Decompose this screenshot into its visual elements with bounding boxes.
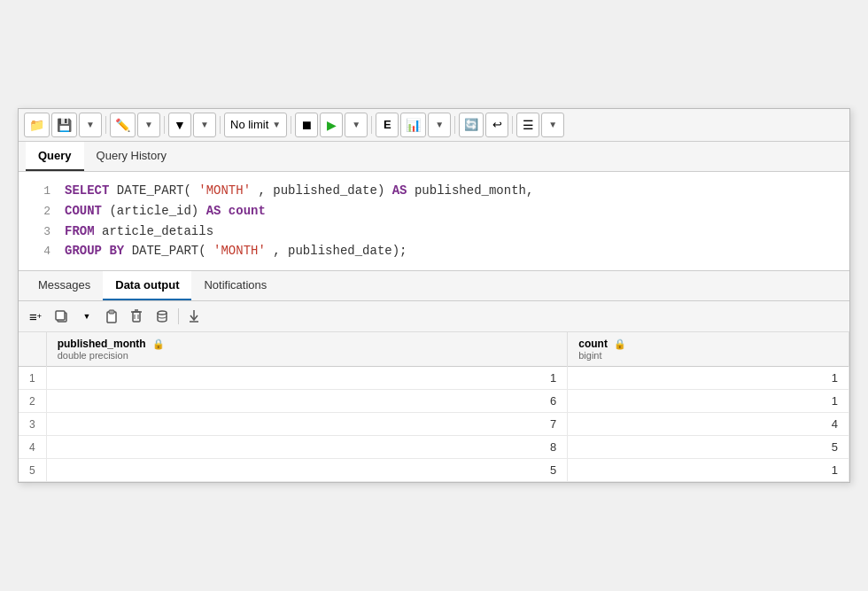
filter-dropdown-btn[interactable]: ▼ <box>193 113 216 137</box>
svg-rect-3 <box>109 310 114 314</box>
query-tab-bar: Query Query History <box>19 142 849 172</box>
commit-btn[interactable]: 🔄 <box>459 113 484 137</box>
line-num-1: 1 <box>26 183 50 201</box>
save-dropdown-btn[interactable]: ▼ <box>79 113 102 137</box>
copy-btn[interactable] <box>49 305 74 328</box>
cell-published-month: 7 <box>46 413 568 436</box>
cell-count: 1 <box>568 367 849 390</box>
query-editor[interactable]: 1 SELECT DATE_PART( 'MONTH' , published_… <box>19 172 849 271</box>
col-header-count[interactable]: count 🔒 bigint <box>568 332 849 367</box>
svg-rect-4 <box>133 312 140 322</box>
svg-rect-1 <box>56 311 65 320</box>
code-line-1: 1 SELECT DATE_PART( 'MONTH' , published_… <box>19 181 849 201</box>
tab-data-output[interactable]: Data output <box>103 271 191 300</box>
kw-select: SELECT <box>65 183 109 198</box>
tab-query-history[interactable]: Query History <box>84 142 179 171</box>
separator-4 <box>291 116 291 134</box>
chart-btn[interactable]: 📊 <box>400 113 426 137</box>
line-num-2: 2 <box>26 203 50 222</box>
limit-dropdown[interactable]: No limit ▼ <box>224 113 287 137</box>
table-header-row: published_month 🔒 double precision count… <box>19 332 849 367</box>
db-btn[interactable] <box>150 305 174 328</box>
table-row: 1 1 1 <box>19 367 849 390</box>
separator-7 <box>512 116 513 134</box>
tab-messages[interactable]: Messages <box>26 271 103 300</box>
results-toolbar: ≡+ ▼ <box>19 301 849 332</box>
cell-published-month: 8 <box>46 436 568 459</box>
rollback-btn[interactable]: ↩ <box>485 113 508 137</box>
separator-2 <box>164 116 165 134</box>
edit-btn[interactable]: ✏️ <box>110 113 136 137</box>
table-body: 1 1 1 2 6 1 3 7 4 4 8 5 5 5 1 <box>19 367 849 482</box>
cell-count: 5 <box>568 436 849 459</box>
table-row: 2 6 1 <box>19 390 849 413</box>
code-line-3: 3 FROM article_details <box>19 222 849 242</box>
table-row: 3 7 4 <box>19 413 849 436</box>
res-separator-1 <box>178 308 179 324</box>
add-row-btn[interactable]: ≡+ <box>24 305 47 328</box>
data-table-wrap: published_month 🔒 double precision count… <box>19 332 849 482</box>
cell-published-month: 6 <box>46 390 568 413</box>
cell-rownum: 5 <box>19 459 46 482</box>
line-num-3: 3 <box>26 223 50 242</box>
cell-rownum: 4 <box>19 436 46 459</box>
save-btn[interactable]: 💾 <box>51 113 77 137</box>
main-window: 📁 💾 ▼ ✏️ ▼ ▼ ▼ No limit ▼ ⏹ ▶ ▼ E 📊 ▼ 🔄 … <box>18 108 850 483</box>
line-num-4: 4 <box>26 243 50 261</box>
cell-count: 4 <box>568 413 849 436</box>
code-line-4: 4 GROUP BY DATE_PART( 'MONTH' , publishe… <box>19 241 849 261</box>
tab-notifications[interactable]: Notifications <box>191 271 279 300</box>
copy-dropdown-btn[interactable]: ▼ <box>75 305 98 328</box>
separator-6 <box>454 116 455 134</box>
run-dropdown-btn[interactable]: ▼ <box>345 113 368 137</box>
cell-count: 1 <box>568 459 849 482</box>
results-tab-bar: Messages Data output Notifications <box>19 271 849 301</box>
filter-btn[interactable]: ▼ <box>168 113 191 137</box>
limit-chevron-icon: ▼ <box>272 120 281 129</box>
explain-btn[interactable]: E <box>376 113 399 137</box>
data-table: published_month 🔒 double precision count… <box>19 332 849 482</box>
col-header-published-month[interactable]: published_month 🔒 double precision <box>46 332 568 367</box>
separator-5 <box>371 116 372 134</box>
separator-3 <box>220 116 221 134</box>
table-row: 4 8 5 <box>19 436 849 459</box>
col-header-rownum <box>19 332 46 367</box>
cell-rownum: 2 <box>19 390 46 413</box>
chart-dropdown-btn[interactable]: ▼ <box>428 113 451 137</box>
lock-icon-count: 🔒 <box>614 338 626 349</box>
delete-btn[interactable] <box>125 305 148 328</box>
edit-dropdown-btn[interactable]: ▼ <box>137 113 160 137</box>
lock-icon-published-month: 🔒 <box>152 338 165 349</box>
cell-rownum: 3 <box>19 413 46 436</box>
code-line-2: 2 COUNT (article_id) AS count <box>19 201 849 222</box>
stop-btn[interactable]: ⏹ <box>295 113 318 137</box>
cell-published-month: 1 <box>46 367 568 390</box>
limit-label: No limit <box>230 118 268 131</box>
results-section: Messages Data output Notifications ≡+ ▼ <box>19 271 849 482</box>
download-btn[interactable] <box>182 305 205 328</box>
paste-btn[interactable] <box>100 305 123 328</box>
list-btn[interactable]: ☰ <box>516 113 539 137</box>
separator-1 <box>105 116 106 134</box>
list-dropdown-btn[interactable]: ▼ <box>541 113 564 137</box>
run-btn[interactable]: ▶ <box>320 113 343 137</box>
main-toolbar: 📁 💾 ▼ ✏️ ▼ ▼ ▼ No limit ▼ ⏹ ▶ ▼ E 📊 ▼ 🔄 … <box>19 109 849 142</box>
cell-count: 1 <box>568 390 849 413</box>
cell-published-month: 5 <box>46 459 568 482</box>
open-folder-btn[interactable]: 📁 <box>24 113 50 137</box>
cell-rownum: 1 <box>19 367 46 390</box>
table-row: 5 5 1 <box>19 459 849 482</box>
svg-point-9 <box>158 311 167 315</box>
tab-query[interactable]: Query <box>26 142 84 171</box>
